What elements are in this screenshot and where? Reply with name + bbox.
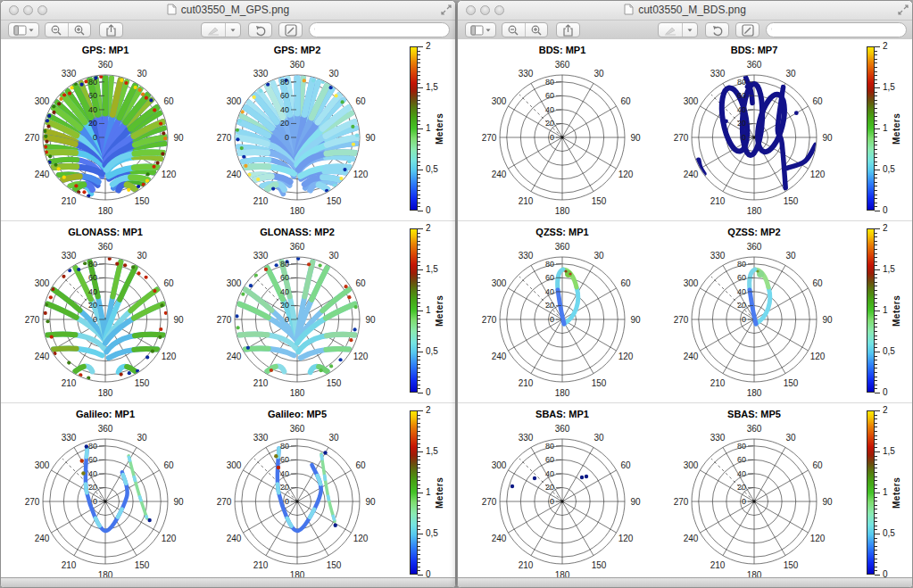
svg-text:20: 20 [88, 119, 97, 128]
search-input[interactable] [772, 24, 906, 36]
markup-pen-button[interactable] [202, 23, 225, 37]
close-button[interactable] [9, 5, 19, 15]
svg-text:90: 90 [822, 315, 833, 325]
figure-row: GPS: MP136030609012015018021024027030033… [1, 39, 455, 220]
sidebar-icon [470, 25, 485, 36]
zoom-in-button[interactable] [525, 23, 548, 37]
rotate-button[interactable] [248, 22, 272, 37]
window-title-area: cut03550_M_GPS.png [1, 1, 455, 21]
titlebar[interactable]: cut03550_M_BDS.png [458, 1, 912, 21]
svg-text:180: 180 [290, 388, 305, 398]
svg-text:300: 300 [227, 460, 242, 470]
svg-text:330: 330 [710, 433, 726, 443]
svg-text:120: 120 [162, 170, 177, 179]
svg-text:210: 210 [62, 378, 77, 388]
svg-text:80: 80 [545, 260, 554, 269]
colorbar-tick-label: 2 [883, 41, 888, 51]
skyplot-glonass-mp1: GLONASS: MP13603060901201501802102402703… [10, 223, 201, 398]
share-button[interactable] [99, 22, 123, 37]
zoom-in-button[interactable] [68, 23, 91, 37]
svg-text:120: 120 [810, 170, 826, 179]
svg-text:40: 40 [88, 105, 97, 114]
svg-text:20: 20 [280, 119, 289, 128]
fullscreen-icon[interactable] [441, 3, 452, 13]
svg-text:80: 80 [280, 78, 289, 87]
edit-markup-button[interactable] [278, 22, 303, 37]
colorbar-gradient [410, 228, 418, 393]
colorbar: 00,511,52Meters [401, 221, 455, 400]
svg-text:330: 330 [710, 69, 726, 79]
svg-text:120: 120 [353, 534, 369, 543]
svg-text:120: 120 [618, 170, 634, 179]
edit-markup-button[interactable] [735, 22, 759, 37]
share-button[interactable] [556, 22, 580, 37]
search-field[interactable] [309, 22, 450, 37]
svg-text:60: 60 [163, 278, 174, 288]
svg-text:0: 0 [742, 315, 746, 324]
svg-text:150: 150 [784, 196, 799, 206]
svg-text:30: 30 [593, 69, 604, 79]
svg-text:80: 80 [280, 260, 289, 269]
skyplot-gps-mp1: GPS: MP136030609012015018021024027030033… [10, 41, 201, 216]
svg-text:210: 210 [519, 196, 534, 206]
colorbar-tick-label: 1 [426, 123, 431, 133]
skyplot-qzss-mp2: QZSS: MP23603060901201501802102402703003… [659, 223, 850, 398]
svg-text:300: 300 [492, 278, 507, 288]
svg-text:120: 120 [810, 352, 826, 361]
svg-text:270: 270 [217, 315, 232, 325]
svg-text:30: 30 [785, 433, 796, 443]
skyplot-gps-mp2: GPS: MP236030609012015018021024027030033… [202, 41, 393, 216]
svg-text:60: 60 [280, 455, 289, 464]
sidebar-view-button[interactable] [8, 22, 39, 37]
svg-text:60: 60 [355, 96, 366, 106]
image-content-bds: BDS: MP136030609012015018021024027030033… [458, 39, 912, 580]
svg-text:30: 30 [328, 251, 339, 261]
polar-grid [235, 439, 360, 564]
zoom-out-button[interactable] [46, 23, 68, 37]
svg-text:270: 270 [674, 497, 689, 507]
svg-text:270: 270 [482, 315, 497, 325]
svg-text:0: 0 [550, 133, 554, 142]
zoom-button[interactable] [37, 5, 47, 15]
search-field[interactable] [766, 22, 907, 37]
markup-pen-control [658, 22, 698, 37]
colorbar-tick-label: 1 [426, 305, 431, 315]
svg-text:360: 360 [98, 424, 113, 434]
zoom-out-icon [507, 24, 519, 37]
search-input[interactable] [315, 24, 449, 36]
svg-text:0: 0 [550, 497, 554, 506]
minimize-button[interactable] [23, 5, 33, 15]
pen-dropdown-button[interactable] [225, 23, 240, 37]
subplot-title: BDS: MP7 [731, 45, 778, 55]
zoom-button[interactable] [494, 5, 504, 15]
subplot: SBAS: MP53603060901201501802102402703003… [659, 405, 850, 580]
zoom-out-button[interactable] [502, 23, 525, 37]
svg-text:180: 180 [290, 206, 305, 216]
svg-text:90: 90 [365, 315, 376, 325]
chevron-down-icon [28, 27, 35, 34]
svg-text:0: 0 [550, 315, 554, 324]
polar-grid [235, 257, 360, 382]
titlebar[interactable]: cut03550_M_GPS.png [1, 1, 455, 21]
svg-text:180: 180 [555, 388, 570, 398]
fullscreen-icon[interactable] [898, 3, 909, 13]
svg-text:210: 210 [253, 560, 269, 570]
subplot: BDS: MP736030609012015018021024027030033… [659, 41, 850, 216]
svg-text:240: 240 [35, 534, 50, 543]
markup-pen-button[interactable] [659, 23, 682, 37]
svg-text:60: 60 [163, 96, 174, 106]
svg-text:120: 120 [618, 534, 634, 543]
minimize-button[interactable] [480, 5, 490, 15]
colorbar-tick-label: 1 [426, 487, 431, 497]
svg-text:270: 270 [482, 133, 497, 143]
svg-text:270: 270 [217, 497, 232, 507]
close-button[interactable] [466, 5, 476, 15]
subplot-title: SBAS: MP5 [727, 409, 781, 419]
rotate-button[interactable] [705, 22, 729, 37]
svg-text:120: 120 [353, 170, 369, 179]
svg-text:60: 60 [737, 455, 746, 464]
svg-text:210: 210 [62, 196, 77, 206]
pen-dropdown-button[interactable] [682, 23, 697, 37]
svg-text:20: 20 [545, 483, 554, 492]
sidebar-view-button[interactable] [465, 22, 496, 37]
